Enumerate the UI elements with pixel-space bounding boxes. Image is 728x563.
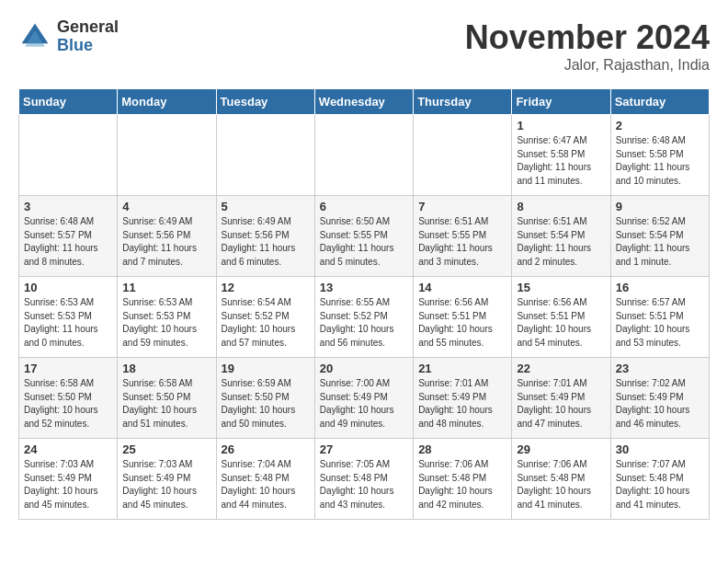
day-info: Sunrise: 7:02 AM Sunset: 5:49 PM Dayligh… (616, 377, 704, 431)
day-info: Sunrise: 6:54 AM Sunset: 5:52 PM Dayligh… (222, 296, 310, 350)
day-info: Sunrise: 6:49 AM Sunset: 5:56 PM Dayligh… (222, 215, 310, 269)
day-info: Sunrise: 6:56 AM Sunset: 5:51 PM Dayligh… (418, 296, 506, 350)
day-number: 5 (222, 200, 310, 213)
calendar-day: 17Sunrise: 6:58 AM Sunset: 5:50 PM Dayli… (19, 358, 118, 439)
day-number: 6 (320, 200, 408, 213)
day-info: Sunrise: 7:01 AM Sunset: 5:49 PM Dayligh… (418, 377, 506, 431)
day-info: Sunrise: 6:50 AM Sunset: 5:55 PM Dayligh… (320, 215, 408, 269)
day-number: 27 (320, 442, 408, 456)
weekday-header: Saturday (610, 89, 709, 115)
calendar-day: 15Sunrise: 6:56 AM Sunset: 5:51 PM Dayli… (512, 277, 610, 358)
day-info: Sunrise: 6:53 AM Sunset: 5:53 PM Dayligh… (24, 296, 112, 350)
day-number: 24 (24, 442, 112, 456)
location: Jalor, Rajasthan, India (465, 57, 710, 74)
calendar-day: 21Sunrise: 7:01 AM Sunset: 5:49 PM Dayli… (414, 358, 512, 439)
day-number: 17 (24, 362, 112, 375)
day-info: Sunrise: 6:48 AM Sunset: 5:58 PM Dayligh… (616, 134, 704, 188)
weekday-header: Tuesday (216, 89, 314, 115)
day-info: Sunrise: 7:04 AM Sunset: 5:48 PM Dayligh… (222, 458, 310, 511)
day-info: Sunrise: 6:58 AM Sunset: 5:50 PM Dayligh… (24, 377, 112, 431)
day-number: 14 (418, 281, 506, 294)
weekday-header: Thursday (414, 89, 512, 115)
calendar-day: 9Sunrise: 6:52 AM Sunset: 5:54 PM Daylig… (610, 196, 709, 277)
calendar-day: 29Sunrise: 7:06 AM Sunset: 5:48 PM Dayli… (512, 439, 610, 520)
calendar-day: 1Sunrise: 6:47 AM Sunset: 5:58 PM Daylig… (512, 115, 610, 196)
logo-icon (18, 20, 51, 53)
day-info: Sunrise: 6:53 AM Sunset: 5:53 PM Dayligh… (122, 296, 210, 350)
day-info: Sunrise: 7:07 AM Sunset: 5:48 PM Dayligh… (616, 458, 704, 511)
day-number: 18 (122, 362, 210, 375)
calendar-week: 10Sunrise: 6:53 AM Sunset: 5:53 PM Dayli… (19, 277, 710, 358)
day-info: Sunrise: 6:51 AM Sunset: 5:55 PM Dayligh… (418, 215, 506, 269)
calendar-day: 13Sunrise: 6:55 AM Sunset: 5:52 PM Dayli… (314, 277, 413, 358)
calendar-day: 14Sunrise: 6:56 AM Sunset: 5:51 PM Dayli… (414, 277, 512, 358)
calendar-day (414, 115, 512, 196)
calendar-day: 30Sunrise: 7:07 AM Sunset: 5:48 PM Dayli… (610, 439, 709, 520)
calendar-day (19, 115, 118, 196)
logo-text: General Blue (57, 18, 119, 55)
weekday-header: Sunday (19, 89, 118, 115)
calendar-week: 24Sunrise: 7:03 AM Sunset: 5:49 PM Dayli… (19, 439, 710, 520)
day-number: 23 (616, 362, 704, 375)
day-info: Sunrise: 7:00 AM Sunset: 5:49 PM Dayligh… (320, 377, 408, 431)
day-info: Sunrise: 6:55 AM Sunset: 5:52 PM Dayligh… (320, 296, 408, 350)
day-number: 19 (222, 362, 310, 375)
title-block: November 2024 Jalor, Rajasthan, India (465, 18, 710, 74)
calendar-day: 11Sunrise: 6:53 AM Sunset: 5:53 PM Dayli… (118, 277, 216, 358)
day-number: 3 (24, 200, 112, 213)
day-number: 29 (517, 442, 605, 456)
day-number: 26 (222, 442, 310, 456)
header-row: SundayMondayTuesdayWednesdayThursdayFrid… (19, 89, 710, 115)
day-info: Sunrise: 6:56 AM Sunset: 5:51 PM Dayligh… (517, 296, 605, 350)
month-title: November 2024 (465, 18, 710, 57)
calendar-day: 18Sunrise: 6:58 AM Sunset: 5:50 PM Dayli… (118, 358, 216, 439)
day-number: 15 (517, 281, 605, 294)
day-info: Sunrise: 7:06 AM Sunset: 5:48 PM Dayligh… (418, 458, 506, 511)
day-number: 28 (418, 442, 506, 456)
day-info: Sunrise: 6:59 AM Sunset: 5:50 PM Dayligh… (222, 377, 310, 431)
calendar-day (118, 115, 216, 196)
calendar-day: 7Sunrise: 6:51 AM Sunset: 5:55 PM Daylig… (414, 196, 512, 277)
day-info: Sunrise: 7:03 AM Sunset: 5:49 PM Dayligh… (24, 458, 112, 511)
day-number: 13 (320, 281, 408, 294)
calendar-day: 16Sunrise: 6:57 AM Sunset: 5:51 PM Dayli… (610, 277, 709, 358)
day-number: 7 (418, 200, 506, 213)
day-info: Sunrise: 7:05 AM Sunset: 5:48 PM Dayligh… (320, 458, 408, 511)
day-info: Sunrise: 6:49 AM Sunset: 5:56 PM Dayligh… (122, 215, 210, 269)
day-number: 12 (222, 281, 310, 294)
calendar-day: 12Sunrise: 6:54 AM Sunset: 5:52 PM Dayli… (216, 277, 314, 358)
calendar-table: SundayMondayTuesdayWednesdayThursdayFrid… (18, 88, 710, 520)
calendar-day: 27Sunrise: 7:05 AM Sunset: 5:48 PM Dayli… (314, 439, 413, 520)
day-info: Sunrise: 6:48 AM Sunset: 5:57 PM Dayligh… (24, 215, 112, 269)
day-info: Sunrise: 7:01 AM Sunset: 5:49 PM Dayligh… (517, 377, 605, 431)
day-info: Sunrise: 6:52 AM Sunset: 5:54 PM Dayligh… (616, 215, 704, 269)
day-number: 30 (616, 442, 704, 456)
calendar-day: 8Sunrise: 6:51 AM Sunset: 5:54 PM Daylig… (512, 196, 610, 277)
calendar-week: 17Sunrise: 6:58 AM Sunset: 5:50 PM Dayli… (19, 358, 710, 439)
calendar-day: 25Sunrise: 7:03 AM Sunset: 5:49 PM Dayli… (118, 439, 216, 520)
logo-general: General (57, 18, 119, 37)
day-number: 25 (122, 442, 210, 456)
day-number: 1 (517, 119, 605, 132)
calendar-day: 4Sunrise: 6:49 AM Sunset: 5:56 PM Daylig… (118, 196, 216, 277)
day-number: 10 (24, 281, 112, 294)
weekday-header: Wednesday (314, 89, 413, 115)
calendar-day: 28Sunrise: 7:06 AM Sunset: 5:48 PM Dayli… (414, 439, 512, 520)
logo-blue: Blue (57, 37, 119, 55)
day-number: 9 (616, 200, 704, 213)
calendar-day: 5Sunrise: 6:49 AM Sunset: 5:56 PM Daylig… (216, 196, 314, 277)
day-number: 22 (517, 362, 605, 375)
calendar-week: 1Sunrise: 6:47 AM Sunset: 5:58 PM Daylig… (19, 115, 710, 196)
calendar-day: 24Sunrise: 7:03 AM Sunset: 5:49 PM Dayli… (19, 439, 118, 520)
day-number: 11 (122, 281, 210, 294)
calendar-day: 20Sunrise: 7:00 AM Sunset: 5:49 PM Dayli… (314, 358, 413, 439)
calendar-day (216, 115, 314, 196)
day-info: Sunrise: 6:58 AM Sunset: 5:50 PM Dayligh… (122, 377, 210, 431)
calendar-day (314, 115, 413, 196)
calendar-day: 3Sunrise: 6:48 AM Sunset: 5:57 PM Daylig… (19, 196, 118, 277)
day-number: 21 (418, 362, 506, 375)
day-number: 16 (616, 281, 704, 294)
calendar-day: 2Sunrise: 6:48 AM Sunset: 5:58 PM Daylig… (610, 115, 709, 196)
calendar-day: 10Sunrise: 6:53 AM Sunset: 5:53 PM Dayli… (19, 277, 118, 358)
calendar-day: 6Sunrise: 6:50 AM Sunset: 5:55 PM Daylig… (314, 196, 413, 277)
